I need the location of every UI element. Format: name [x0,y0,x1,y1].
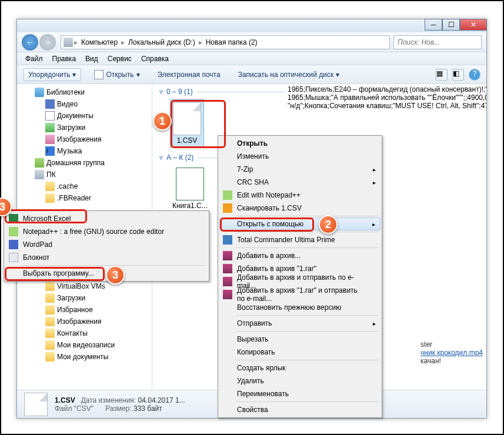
images-icon [45,135,55,144]
folder-icon [45,282,55,291]
preview-pane-button[interactable]: ◧ [452,69,464,81]
tree-myvideos[interactable]: Мои видеозаписи [57,341,115,349]
ctx-editnpp[interactable]: Edit with Notepad++ [219,189,380,202]
ctx-7zip[interactable]: 7-Zip▸ [219,163,380,176]
maximize-button[interactable]: ☐ [442,19,460,31]
tree-favorites[interactable]: Избранное [57,306,93,314]
menu-file[interactable]: Файл [21,53,48,64]
libraries-icon [35,88,44,97]
menu-edit[interactable]: Правка [48,53,81,64]
sub-npp[interactable]: Notepad++ : a free (GNU) source code edi… [5,225,208,238]
ctx-addarc[interactable]: Добавить в архив... [219,249,380,262]
ctx-send[interactable]: Отправить▸ [219,317,380,330]
context-menu: Открыть Изменить 7-Zip▸ CRC SHA▸ Edit wi… [218,135,382,418]
tree-homegroup[interactable]: Домашняя группа [46,159,105,167]
burn-button[interactable]: Записать на оптический диск ▾ [233,69,345,81]
ctx-openwith[interactable]: Открыть с помощью▸ [219,218,380,230]
status-date: 04.04.2017 1... [138,396,185,404]
tree-mydocs[interactable]: Мои документы [57,353,108,361]
ctx-open[interactable]: Открыть [219,137,380,150]
ctx-cut[interactable]: Вырезать [219,333,380,346]
notepad-icon [9,253,18,262]
file-1csv[interactable]: 1.CSV [170,99,204,148]
tree-contacts[interactable]: Контакты [57,329,88,337]
sub-notepad[interactable]: Блокнот [5,251,208,264]
notepadpp-icon [9,227,18,236]
ctx-props[interactable]: Свойства [219,403,380,416]
crumb-drive[interactable]: Локальный диск (D:) [126,38,198,46]
email-button[interactable]: Электронная почта [153,69,225,81]
tree-downloads[interactable]: Загрузки [57,123,85,132]
help-button[interactable]: ? [469,69,480,81]
back-button[interactable]: ← [22,34,38,51]
folder-icon [45,340,55,350]
ctx-rename[interactable]: Переименовать [219,387,380,400]
search-input[interactable] [393,35,482,49]
tree-cache[interactable]: .cache [57,182,78,190]
tree-documents[interactable]: Документы [57,112,94,120]
extra-text: ster чник крокодил.mp4 качан! [420,340,483,365]
tree-fbreader[interactable]: .FBReader [57,194,91,202]
shield-icon [223,203,232,213]
tree-libraries[interactable]: Библиотеки [46,88,85,96]
rar-icon [223,277,232,286]
menu-view[interactable]: Вид [81,53,103,64]
status-size: 333 байт [133,404,162,413]
ctx-addemail1[interactable]: Добавить в архив "1.rar" и отправить по … [219,288,380,301]
tree-images[interactable]: Изображения [57,135,101,143]
navbar: ← → ▸ Компьютер ▸ Локальный диск (D:) ▸ … [17,32,486,52]
csv-file-icon [173,102,201,135]
ctx-delete[interactable]: Удалить [219,374,380,387]
tree-music[interactable]: Музыка [57,147,82,155]
sub-excel[interactable]: Microsoft Excel [5,212,208,225]
folder-icon [45,352,55,362]
documents-icon [45,111,55,121]
menu-help[interactable]: Справка [136,53,173,64]
status-file-icon [24,393,48,416]
video-icon [45,99,55,109]
file-label: Книга1.С... [172,202,208,210]
wordpad-icon [9,240,18,249]
folder-icon [45,305,55,314]
menubar: Файл Правка Вид Сервис Справка [17,52,486,65]
rar-icon [223,251,232,260]
minimize-button[interactable]: ─ [425,19,442,31]
crumb-folder[interactable]: Новая папка (2) [203,38,260,46]
notepadpp-icon [223,190,232,200]
open-button[interactable]: Открыть ▾ [89,68,144,81]
status-filename: 1.CSV [55,396,75,404]
view-options-button[interactable]: ▦ [436,69,448,81]
folder-icon [45,317,55,326]
excel-icon [9,214,18,223]
rar-icon [223,290,232,299]
menu-tools[interactable]: Сервис [103,53,136,64]
ctx-copy[interactable]: Копировать [219,346,380,359]
tree-video[interactable]: Видео [57,100,78,108]
crumb-computer[interactable]: Компьютер [79,38,120,46]
ctx-shortcut[interactable]: Создать ярлык [219,362,380,374]
tree-pc[interactable]: ПК [46,170,56,179]
forward-button[interactable]: → [39,34,56,51]
ctx-tc[interactable]: Total Commander Ultima Prime [219,233,380,246]
status-type: Файл "CSV" [55,404,94,413]
music-icon: ♪ [45,146,55,156]
callout-2: 2 [319,215,338,234]
close-button[interactable]: ✕ [460,19,487,31]
pc-icon [35,170,44,179]
organize-button[interactable]: Упорядочить ▾ [23,68,81,81]
address-bar[interactable]: ▸ Компьютер ▸ Локальный диск (D:) ▸ Нова… [61,35,390,49]
homegroup-icon [35,158,44,168]
tree-downloads2[interactable]: Загрузки [57,294,85,302]
tree-images2[interactable]: Изображения [57,317,101,326]
ctx-restore[interactable]: Восстановить прежнюю версию [219,301,380,314]
rar-icon [223,264,232,273]
ctx-edit[interactable]: Изменить [219,150,380,163]
sub-wordpad[interactable]: WordPad [5,238,208,251]
tree-vbox[interactable]: VirtualBox VMs [57,282,105,290]
ctx-crc[interactable]: CRC SHA▸ [219,176,380,189]
ctx-scan[interactable]: Сканировать 1.CSV [219,202,380,215]
computer-icon [64,38,73,47]
file-kniga1[interactable]: Книга1.С... [170,165,210,212]
titlebar: ─ ☐ ✕ [17,19,486,32]
downloads-icon [45,123,55,132]
